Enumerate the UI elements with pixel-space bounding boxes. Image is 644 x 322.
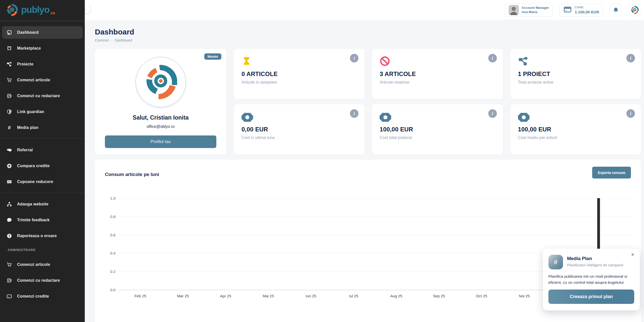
sidebar-item-proiecte[interactable]: Proiecte [2, 58, 83, 70]
credit-label: Credit: [575, 6, 599, 10]
sidebar: publyo.ro Dashboard Marketplace Proiecte… [0, 0, 85, 322]
info-icon[interactable]: i [350, 54, 358, 62]
stat-label: Cost total proiecte [380, 135, 495, 140]
sidebar-item-label: Cupoane reducere [17, 180, 53, 184]
sidebar-item-label: Marketplace [17, 46, 41, 51]
sidebar-item-cumpara-credite[interactable]: Cumpara credite [2, 160, 83, 172]
sidebar-item-adauga-website[interactable]: Adauga website [2, 198, 83, 210]
stat-value: 3 ARTICOLE [380, 70, 495, 78]
sidebar-item-admin-comenzi-articole[interactable]: Comenzi articole [2, 258, 83, 271]
profile-card: Master Salut, Cristian Ionita office@obl… [95, 49, 226, 155]
info-icon[interactable]: i [488, 54, 497, 62]
sidebar-item-label: Dashboard [17, 30, 38, 35]
notifications-button[interactable] [610, 4, 622, 16]
profile-button[interactable]: Profilul tau [105, 135, 216, 148]
money-icon [242, 110, 357, 122]
sidebar-item-marketplace[interactable]: Marketplace [2, 42, 83, 55]
info-icon[interactable]: i [626, 54, 635, 62]
newspaper-icon [6, 93, 13, 99]
shield-icon [6, 109, 13, 115]
x-tick: Sep 25 [418, 294, 460, 298]
media-plan-hash-icon: # [548, 255, 563, 269]
sidebar-item-label: Proiecte [17, 62, 33, 66]
sidebar-item-cupoane[interactable]: Cupoane reducere [2, 175, 83, 188]
ban-icon [380, 55, 495, 66]
x-tick: Aug 25 [375, 294, 418, 298]
stat-value: 1 PROIECT [518, 70, 633, 78]
sidebar-item-label: Comenzi cu redactare [17, 94, 60, 98]
sidebar-item-link-guardian[interactable]: Link guardian [2, 105, 83, 118]
breadcrumb: Common - Dashboard [95, 38, 641, 42]
breadcrumb-separator: - [111, 38, 113, 42]
stat-card-cost-mediu-articol: i 100,00 EUR Cost mediu per articol [510, 104, 641, 155]
account-manager-role: Account Manager [522, 6, 549, 10]
stat-value: 0 ARTICOLE [242, 70, 357, 78]
chat-icon [6, 217, 13, 223]
sidebar-item-label: Referral [17, 148, 33, 152]
brand-tld: .ro [50, 11, 55, 15]
sidebar-item-label: Link guardian [17, 110, 44, 114]
dashboard-icon [6, 29, 13, 36]
info-icon[interactable]: i [350, 109, 358, 118]
hourglass-icon [242, 55, 357, 66]
sidebar-nav: Dashboard Marketplace Proiecte Comenzi a… [0, 21, 85, 303]
sidebar-item-raporteaza-eroare[interactable]: Raporteaza o eroare [2, 230, 83, 242]
stat-card-cost-ultima-luna: i 0,00 EUR Cost in ultima luna [234, 104, 365, 155]
sidebar-item-label: Cumpara credite [17, 164, 50, 168]
sidebar-item-label: Comenzi cu redactare [17, 278, 60, 283]
sidebar-item-label: Comenzi credite [17, 294, 49, 299]
create-first-plan-button[interactable]: Creeaza primul plan [548, 290, 634, 304]
y-tick: 0.0 [105, 288, 115, 292]
top-header: ← Account Manager Ana Maria Credit: 1.10… [85, 0, 644, 20]
x-tick: Noi 25 [503, 294, 546, 298]
sidebar-item-referral[interactable]: Referral [2, 144, 83, 156]
brand-logo[interactable]: publyo.ro [0, 0, 85, 19]
profile-email: office@oblyo.ro [105, 124, 216, 129]
money-icon [518, 110, 633, 122]
sidebar-section-administrare: ADMINISTRARE [0, 245, 85, 258]
sidebar-item-comenzi-credite[interactable]: Comenzi credite [2, 290, 83, 303]
role-badge: Master [204, 53, 221, 60]
popup-subtitle: Planificator inteligent de campanii [567, 263, 623, 267]
handshake-icon [6, 147, 13, 153]
close-icon[interactable]: × [630, 252, 636, 257]
profile-avatar [136, 57, 186, 107]
sidebar-item-comenzi-articole[interactable]: Comenzi articole [2, 74, 83, 86]
stat-card-cost-total-proiecte: i 100,00 EUR Cost total proiecte [372, 104, 503, 155]
org-chart-icon [6, 201, 13, 207]
storefront-icon [6, 45, 13, 52]
y-tick: 0.4 [105, 251, 115, 255]
stat-value: 0,00 EUR [242, 126, 357, 133]
user-avatar-button[interactable] [628, 4, 641, 16]
info-icon[interactable]: i [488, 109, 497, 118]
popup-body: Planifica publicarea intr-un mod profesi… [548, 273, 634, 285]
money-icon [380, 110, 495, 122]
sidebar-item-label: Comenzi articole [17, 262, 50, 267]
sidebar-item-media-plan[interactable]: # Media plan [2, 121, 83, 134]
sidebar-divider [0, 138, 85, 139]
sidebar-item-admin-comenzi-redactare[interactable]: Comenzi cu redactare [2, 274, 83, 287]
chart-title: Consum articole pe luni [105, 168, 159, 177]
breadcrumb-root[interactable]: Common [95, 38, 109, 42]
y-tick: 0.2 [105, 269, 115, 274]
account-manager-avatar [509, 5, 519, 15]
popup-title: Media Plan [567, 256, 623, 261]
sidebar-divider [0, 193, 85, 193]
credit-card-icon [563, 5, 572, 15]
info-icon[interactable]: i [626, 109, 635, 118]
stat-label: Articole respinse [380, 80, 495, 85]
sidebar-item-label: Comenzi articole [17, 78, 50, 82]
sidebar-item-comenzi-redactare[interactable]: Comenzi cu redactare [2, 90, 83, 102]
page-title: Dashboard [95, 28, 641, 36]
export-consum-button[interactable]: Exporta consum [592, 167, 631, 178]
credit-card-pill[interactable]: Credit: 1.100,00 EUR [559, 4, 603, 17]
account-manager-card[interactable]: Account Manager Ana Maria [505, 4, 553, 17]
media-plan-popup: × # Media Plan Planificator inteligent d… [543, 249, 640, 310]
stat-label: Articole in asteptare [242, 80, 357, 85]
sidebar-item-trimite-feedback[interactable]: Trimite feedback [2, 214, 83, 226]
x-tick: Oct 25 [460, 294, 503, 298]
credit-card-icon [6, 293, 13, 300]
sidebar-item-dashboard[interactable]: Dashboard [2, 26, 83, 39]
publyo-avatar-icon [142, 63, 179, 101]
stat-value: 100,00 EUR [380, 126, 495, 133]
